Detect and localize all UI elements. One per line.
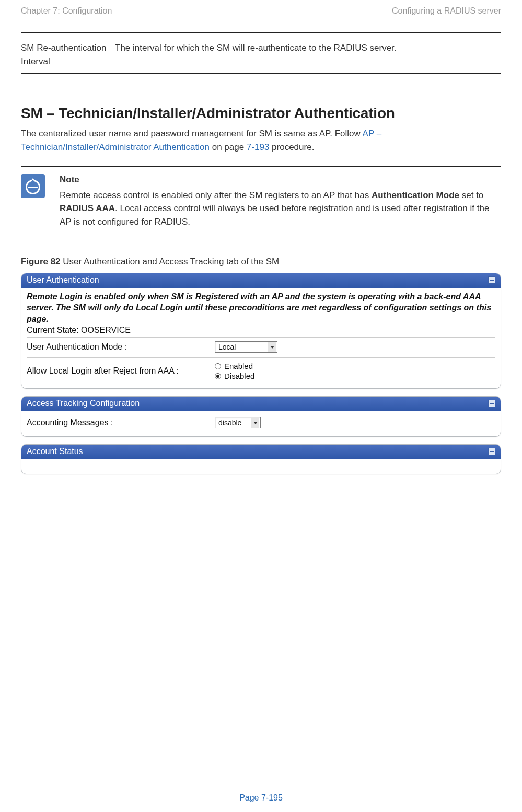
panel-title-user-auth: User Authentication: [27, 275, 99, 285]
chevron-down-icon: [268, 342, 276, 352]
intro-text-post: procedure.: [269, 142, 314, 152]
radio-option-enabled[interactable]: Enabled: [215, 362, 254, 370]
intro-text-pre: The centeralized user name and paasword …: [21, 129, 363, 138]
label-accounting-messages: Accounting Messages :: [27, 418, 215, 427]
intro-text-mid: on page: [210, 142, 247, 152]
definition-description: The interval for which the SM will re-au…: [115, 41, 501, 68]
panel-body-status: [21, 459, 501, 474]
note-text-pre: Remote access control is enabled only af…: [60, 190, 372, 200]
row-accounting-messages: Accounting Messages : disable: [27, 414, 495, 431]
radio-label-enabled: Enabled: [224, 362, 253, 370]
radio-group-local-login: Enabled Disabled: [215, 362, 254, 380]
note-content: Note Remote access control is enabled on…: [60, 173, 501, 228]
definition-term: SM Re-authentication Interval: [21, 41, 115, 68]
panel-head-tracking: Access Tracking Configuration: [21, 397, 501, 411]
figure-caption: Figure 82 User Authentication and Access…: [21, 255, 501, 269]
row-local-login: Allow Local Login after Reject from AAA …: [27, 357, 495, 383]
header-left: Chapter 7: Configuration: [21, 6, 112, 16]
note-callout: Note Remote access control is enabled on…: [21, 166, 501, 236]
section-heading: SM – Technician/Installer/Administrator …: [21, 105, 501, 122]
label-local-login: Allow Local Login after Reject from AAA …: [27, 366, 215, 376]
panel-head-status: Account Status: [21, 445, 501, 459]
user-auth-intro: Remote Login is enabled only when SM is …: [27, 291, 495, 325]
note-title: Note: [60, 173, 501, 187]
header-right: Configuring a RADIUS server: [392, 6, 501, 16]
user-auth-state: Current State: OOSERVICE: [27, 326, 495, 335]
page-number: Page 7-195: [239, 793, 283, 802]
note-text-post: . Local access control will always be us…: [60, 203, 489, 227]
figure-label-rest: User Authentication and Access Tracking …: [61, 257, 280, 266]
collapse-icon[interactable]: [488, 276, 495, 284]
intro-page-link[interactable]: 7-193: [247, 142, 269, 152]
page-header: Chapter 7: Configuration Configuring a R…: [21, 6, 501, 21]
note-bold-1: Authentication Mode: [372, 190, 459, 200]
panel-title-status: Account Status: [27, 447, 83, 456]
svg-rect-4: [28, 187, 38, 188]
panel-head-user-auth: User Authentication: [21, 273, 501, 288]
note-icon: [21, 174, 45, 198]
divider: [21, 32, 501, 33]
select-accounting-value: disable: [218, 419, 249, 427]
definition-row: SM Re-authentication Interval The interv…: [21, 38, 501, 74]
panel-account-status: Account Status: [21, 444, 501, 474]
panel-body-tracking: Accounting Messages : disable: [21, 411, 501, 436]
figure-label-bold: Figure 82: [21, 257, 61, 266]
panel-body-user-auth: Remote Login is enabled only when SM is …: [21, 288, 501, 389]
row-auth-mode: User Authentication Mode : Local: [27, 337, 495, 355]
panel-user-authentication: User Authentication Remote Login is enab…: [21, 273, 501, 389]
select-auth-mode-value: Local: [218, 343, 265, 351]
note-bold-2: RADIUS AAA: [60, 203, 115, 213]
chevron-down-icon: [251, 417, 259, 428]
radio-label-disabled: Disabled: [224, 372, 254, 380]
collapse-icon[interactable]: [488, 400, 495, 407]
radio-option-disabled[interactable]: Disabled: [215, 372, 254, 380]
select-auth-mode[interactable]: Local: [215, 341, 277, 353]
section-intro: The centeralized user name and paasword …: [21, 127, 501, 154]
radio-icon: [215, 373, 221, 379]
collapse-icon[interactable]: [488, 448, 495, 455]
panel-title-tracking: Access Tracking Configuration: [27, 399, 140, 408]
select-accounting-messages[interactable]: disable: [215, 417, 261, 428]
panel-access-tracking: Access Tracking Configuration Accounting…: [21, 396, 501, 437]
label-auth-mode: User Authentication Mode :: [27, 342, 215, 352]
note-text-mid1: set to: [459, 190, 483, 200]
page-footer: Page 7-195: [0, 793, 522, 803]
radio-icon: [215, 363, 221, 369]
